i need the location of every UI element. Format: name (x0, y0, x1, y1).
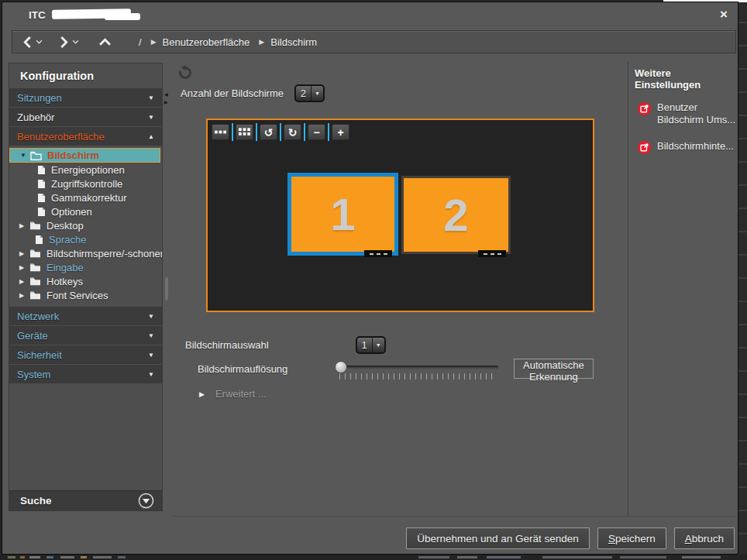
monitor-2[interactable]: 2 (401, 176, 511, 254)
slider-track[interactable] (336, 366, 498, 369)
tree-item-hotkeys[interactable]: ▶ Hotkeys (9, 274, 162, 288)
sidebar-scrollbar-thumb[interactable] (165, 277, 168, 301)
search-label: Suche (20, 495, 52, 507)
arrange-horizontal-button[interactable] (212, 124, 229, 140)
nav-up-button[interactable] (99, 38, 111, 46)
nav-back-button[interactable] (23, 36, 43, 48)
tree-item-gammakorrektur[interactable]: Gammakorrektur (9, 191, 162, 204)
horizontal-dots-icon (215, 130, 226, 134)
slider-ticks (339, 373, 496, 380)
redacted-text (105, 13, 140, 20)
background-artifact (46, 556, 53, 558)
expander-right-icon: ▶ (199, 390, 205, 398)
tree-item-optionen[interactable]: Optionen (9, 204, 162, 218)
more-settings-header: Weitere Einstellungen (635, 67, 737, 91)
window-title: ITC (29, 9, 46, 21)
breadcrumb: / ▶ Benutzeroberfläche ▶ Bildschirm (12, 30, 736, 53)
desktop-background: ITC × / ▶ Benutzeroberfläche ▶ Bildschir… (0, 0, 747, 560)
configuration-tree: ▼ Bildschirm Energieoptionen Zugriffskon… (9, 148, 162, 302)
tree-item-bildschirmsperre-schoner[interactable]: ▶ Bildschirmsperre/-schoner (9, 246, 162, 260)
breadcrumb-item-benutzeroberflaeche[interactable]: Benutzeroberfläche (163, 36, 250, 48)
advanced-expander[interactable]: ▶ Erweitert ... (199, 388, 267, 400)
save-button[interactable]: Speichern (597, 527, 666, 549)
rotate-left-button[interactable]: ↺ (260, 124, 277, 140)
chevron-down-icon: ▼ (148, 371, 154, 378)
expander-right-icon[interactable]: ▶ (19, 222, 29, 229)
rotate-right-button[interactable]: ↻ (284, 124, 301, 140)
reset-parameter-icon[interactable] (177, 65, 193, 82)
sidebar-category-zubehoer[interactable]: Zubehör ▼ (9, 108, 162, 126)
monitor-arrangement-panel: ↺ ↻ − + 1 2 (206, 119, 594, 312)
sidebar-category-system[interactable]: System ▼ (9, 365, 162, 383)
chevron-down-icon: ▼ (312, 86, 323, 101)
zoom-in-button[interactable]: + (332, 124, 349, 140)
sidebar-splitter[interactable]: ◀ ▶ (164, 92, 170, 105)
settings-window: ITC × / ▶ Benutzeroberfläche ▶ Bildschir… (2, 2, 738, 555)
close-icon[interactable]: × (720, 7, 728, 22)
file-icon (35, 235, 43, 245)
slider-handle[interactable] (335, 361, 347, 373)
title-bar: ITC × (2, 2, 738, 29)
collapse-right-icon[interactable]: ▶ (164, 100, 170, 105)
tree-item-zugriffskontrolle[interactable]: Zugriffskontrolle (9, 177, 162, 191)
expander-right-icon[interactable]: ▶ (19, 292, 29, 299)
breadcrumb-root: / (139, 36, 142, 48)
chevron-down-icon: ▼ (148, 313, 154, 320)
tree-item-sprache[interactable]: Sprache (9, 232, 162, 246)
chevron-down-icon (72, 40, 79, 44)
chevron-up-icon (99, 38, 111, 46)
background-artifact (8, 556, 15, 558)
rotate-right-icon: ↻ (288, 126, 298, 139)
arrange-grid-button[interactable] (236, 124, 253, 140)
breadcrumb-item-bildschirm[interactable]: Bildschirm (270, 36, 317, 48)
collapse-left-icon[interactable]: ◀ (164, 92, 170, 97)
folder-icon (30, 151, 42, 160)
cancel-button[interactable]: Abbruch (674, 527, 735, 549)
apply-and-send-button[interactable]: Übernehmen und an Gerät senden (406, 527, 590, 549)
grid-dots-icon (239, 128, 250, 136)
folder-icon (29, 221, 41, 230)
chevron-up-icon: ▲ (148, 133, 154, 140)
expander-right-icon[interactable]: ▶ (19, 278, 29, 285)
breadcrumb-arrow-icon: ▶ (151, 38, 157, 46)
panel-divider (171, 516, 736, 517)
configuration-sidebar: Konfiguration Sitzungen ▼ Zubehör ▼ Benu… (9, 63, 163, 511)
chevron-right-icon (60, 36, 68, 48)
tree-item-energieoptionen[interactable]: Energieoptionen (9, 163, 162, 177)
nav-forward-button[interactable] (60, 36, 79, 48)
search-section[interactable]: Suche (9, 490, 162, 510)
tree-item-bildschirm[interactable]: ▼ Bildschirm (9, 148, 160, 163)
background-artifact (620, 556, 666, 558)
tree-item-eingabe[interactable]: ▶ Eingabe (9, 260, 162, 274)
expander-right-icon[interactable]: ▶ (19, 264, 29, 271)
screen-count-label: Anzahl der Bildschirme (181, 88, 284, 99)
resolution-label: Bildschirmauflösung (198, 363, 287, 375)
screen-count-dropdown[interactable]: 2 ▼ (294, 84, 325, 102)
sidebar-category-sitzungen[interactable]: Sitzungen ▼ (9, 88, 162, 107)
background-artifact (81, 556, 87, 558)
screen-select-dropdown[interactable]: 1 ▼ (356, 336, 386, 354)
sidebar-category-sicherheit[interactable]: Sicherheit ▼ (9, 345, 162, 364)
monitor-toolbar: ↺ ↻ − + (212, 123, 352, 141)
sidebar-category-netzwerk[interactable]: Netzwerk ▼ (9, 307, 162, 325)
link-bildschirmhintergrund[interactable]: Bildschirmhinte... (638, 140, 737, 157)
minus-icon: − (313, 126, 319, 139)
resolution-row: Bildschirmauflösung Automatische Erkennu… (198, 362, 287, 376)
expander-right-icon[interactable]: ▶ (19, 250, 29, 257)
file-icon (37, 165, 46, 175)
background-artifact (418, 556, 449, 558)
tree-item-font-services[interactable]: ▶ Font Services (9, 288, 162, 302)
expand-circle-icon[interactable] (138, 493, 154, 509)
auto-detect-button[interactable]: Automatische Erkennung (514, 359, 594, 379)
sidebar-category-geraete[interactable]: Geräte ▼ (9, 326, 162, 345)
chevron-down-icon: ▼ (148, 114, 154, 121)
zoom-out-button[interactable]: − (308, 124, 325, 140)
background-app-strip (0, 555, 747, 560)
folder-icon (29, 277, 41, 286)
tree-item-desktop[interactable]: ▶ Desktop (9, 218, 162, 232)
sidebar-category-benutzeroberflaeche[interactable]: Benutzeroberfläche ▲ (9, 127, 162, 146)
expander-down-icon[interactable]: ▼ (20, 152, 30, 159)
monitor-1[interactable]: 1 (287, 173, 398, 256)
link-benutzer-bildschirm[interactable]: Benutzer Bildschirm Ums... (638, 101, 737, 126)
dialog-footer: Übernehmen und an Gerät senden Speichern… (406, 527, 735, 549)
